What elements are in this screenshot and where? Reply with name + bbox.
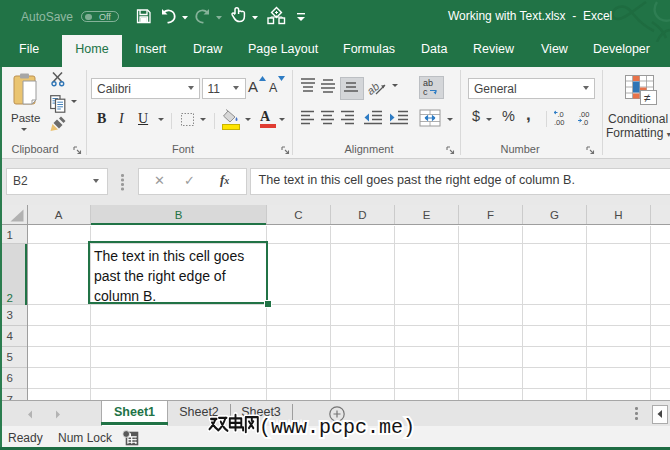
svg-text:≠: ≠ xyxy=(644,91,651,105)
svg-text:ab: ab xyxy=(368,80,381,96)
svg-text:.00: .00 xyxy=(554,118,564,127)
svg-text:c: c xyxy=(423,87,428,97)
svg-text:.0: .0 xyxy=(582,118,588,127)
svg-text:(www.pcpc.me): (www.pcpc.me) xyxy=(259,416,415,439)
